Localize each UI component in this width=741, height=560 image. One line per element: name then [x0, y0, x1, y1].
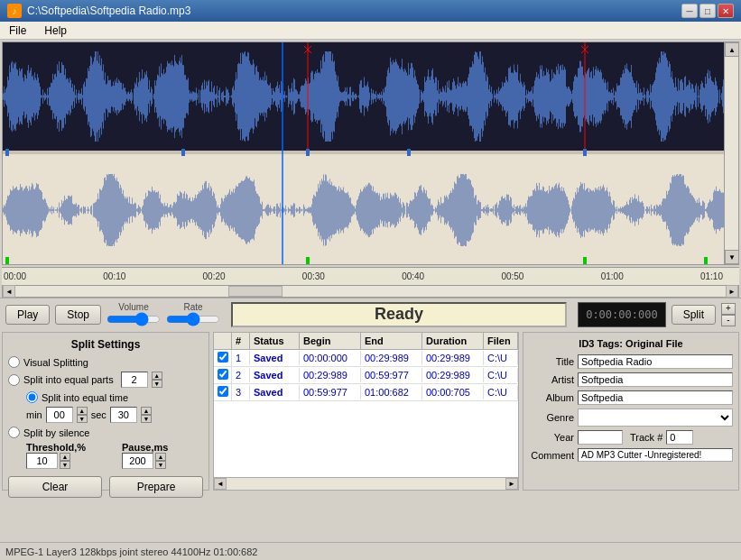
equal-parts-up[interactable]: ▲ — [152, 372, 162, 380]
id3-artist-label: Artist — [529, 374, 574, 385]
timeline-label-4: 00:40 — [402, 271, 424, 281]
id3-tags-panel: ID3 Tags: Original File Title Artist Alb… — [523, 332, 739, 491]
row-check-2[interactable] — [214, 384, 232, 400]
visual-splitting-option: Visual Splitting — [8, 356, 203, 368]
id3-comment-input[interactable] — [578, 448, 733, 462]
silence-label: Split by silence — [23, 427, 89, 438]
sec-value[interactable] — [110, 407, 137, 423]
window-title: C:\Softpedia\Softpedia Radio.mp3 — [27, 5, 190, 17]
id3-artist-input[interactable] — [578, 372, 733, 387]
threshold-down[interactable]: ▼ — [60, 461, 70, 469]
table-body: 1 Saved 00:00:000 00:29:989 00:29:989 C:… — [214, 350, 518, 477]
scrollbar-left-button[interactable]: ◄ — [3, 285, 15, 298]
equal-parts-spinner: ▲ ▼ — [152, 372, 162, 388]
id3-section-title: ID3 Tags: Original File — [529, 338, 733, 349]
scrollbar-track-h[interactable] — [15, 286, 726, 297]
col-status: Status — [250, 333, 300, 349]
id3-track-label: Track # — [630, 432, 662, 443]
id3-genre-select[interactable] — [578, 409, 733, 427]
table-scroll-right[interactable]: ► — [505, 478, 518, 490]
rate-slider[interactable] — [166, 312, 220, 326]
scrollbar-track[interactable] — [725, 57, 738, 250]
play-button[interactable]: Play — [5, 305, 50, 325]
sec-down[interactable]: ▼ — [141, 415, 152, 423]
clear-button[interactable]: Clear — [8, 476, 102, 498]
id3-comment-label: Comment — [529, 450, 574, 461]
timeline-label-3: 00:30 — [302, 271, 325, 281]
row-check-1[interactable] — [214, 367, 232, 383]
table-row[interactable]: 3 Saved 00:59:977 01:00:682 00:00:705 C:… — [214, 384, 518, 401]
equal-parts-option: Split into equal parts ▲ ▼ — [8, 372, 203, 388]
id3-album-input[interactable] — [578, 390, 733, 405]
pause-up[interactable]: ▲ — [155, 453, 166, 461]
silence-radio[interactable] — [8, 427, 20, 438]
menu-help[interactable]: Help — [39, 23, 72, 38]
threshold-label: Threshold,% — [26, 442, 86, 453]
row-end-0: 00:29:989 — [361, 351, 422, 365]
table-header: # Status Begin End Duration Filen — [214, 333, 518, 350]
horizontal-scrollbar[interactable]: ◄ ► — [2, 285, 739, 298]
title-bar: ♪ C:\Softpedia\Softpedia Radio.mp3 ─ □ ✕ — [0, 0, 741, 22]
row-num-2: 3 — [232, 385, 250, 399]
row-duration-2: 00:00:705 — [422, 385, 484, 399]
plus-minus-controls: + - — [721, 303, 736, 326]
scrollbar-down-button[interactable]: ▼ — [725, 250, 739, 264]
id3-year-input[interactable] — [578, 430, 623, 445]
pause-value[interactable] — [122, 453, 153, 469]
waveform-vertical-scrollbar[interactable]: ▲ ▼ — [724, 42, 738, 264]
time-value: 0:00:00 — [586, 308, 632, 321]
equal-parts-down[interactable]: ▼ — [152, 380, 162, 388]
stop-button[interactable]: Stop — [55, 305, 101, 325]
col-duration: Duration — [422, 333, 484, 349]
splits-table-panel: # Status Begin End Duration Filen 1 Save… — [213, 332, 519, 491]
threshold-section: Threshold,% ▲ ▼ — [26, 442, 86, 469]
rate-label: Rate — [183, 302, 202, 312]
waveform-canvas-container[interactable] — [3, 42, 724, 264]
minus-button[interactable]: - — [721, 315, 736, 326]
equal-parts-radio[interactable] — [8, 374, 20, 386]
minimize-button[interactable]: ─ — [681, 4, 698, 18]
split-settings-panel: Split Settings Visual Splitting Split in… — [2, 332, 209, 491]
scrollbar-right-button[interactable]: ► — [726, 285, 738, 298]
id3-track-input[interactable] — [666, 430, 693, 445]
timeline-labels: 00:00 00:10 00:20 00:30 00:40 00:50 01:0… — [4, 271, 723, 281]
table-scrollbar[interactable]: ◄ ► — [214, 477, 518, 490]
plus-button[interactable]: + — [721, 303, 736, 315]
threshold-up[interactable]: ▲ — [60, 453, 70, 461]
row-check-0[interactable] — [214, 350, 232, 366]
id3-genre-row: Genre — [529, 409, 733, 427]
close-button[interactable]: ✕ — [718, 4, 734, 18]
id3-comment-row: Comment — [529, 448, 733, 462]
id3-title-input[interactable] — [578, 354, 733, 369]
time-milli: :000 — [632, 308, 658, 321]
row-begin-2: 00:59:977 — [300, 385, 361, 399]
table-row[interactable]: 2 Saved 00:29:989 00:59:977 00:29:989 C:… — [214, 367, 518, 384]
row-status-0: Saved — [250, 351, 300, 365]
min-value[interactable] — [46, 407, 73, 423]
volume-slider[interactable] — [107, 312, 161, 326]
pause-label: Pause,ms — [122, 442, 168, 453]
col-begin: Begin — [300, 333, 361, 349]
split-button[interactable]: Split — [672, 305, 716, 325]
pause-down[interactable]: ▼ — [155, 461, 166, 469]
row-begin-0: 00:00:000 — [300, 351, 361, 365]
prepare-button[interactable]: Prepare — [109, 476, 203, 498]
table-scroll-track[interactable] — [227, 478, 505, 490]
visual-splitting-radio[interactable] — [8, 356, 20, 368]
threshold-value[interactable] — [26, 453, 58, 469]
id3-album-label: Album — [529, 392, 574, 403]
min-up[interactable]: ▲ — [77, 407, 88, 415]
equal-time-radio[interactable] — [26, 391, 38, 403]
table-scroll-left[interactable]: ◄ — [214, 478, 227, 490]
scrollbar-up-button[interactable]: ▲ — [725, 42, 739, 57]
maximize-button[interactable]: □ — [699, 4, 716, 18]
scrollbar-thumb[interactable] — [228, 286, 283, 297]
equal-parts-value[interactable] — [121, 372, 148, 388]
row-file-0: C:\U — [484, 351, 518, 365]
table-row[interactable]: 1 Saved 00:00:000 00:29:989 00:29:989 C:… — [214, 350, 518, 367]
sec-up[interactable]: ▲ — [141, 407, 152, 415]
id3-year-label: Year — [529, 432, 574, 443]
menu-file[interactable]: File — [4, 23, 32, 38]
min-down[interactable]: ▼ — [77, 415, 88, 423]
col-num: # — [232, 333, 250, 349]
